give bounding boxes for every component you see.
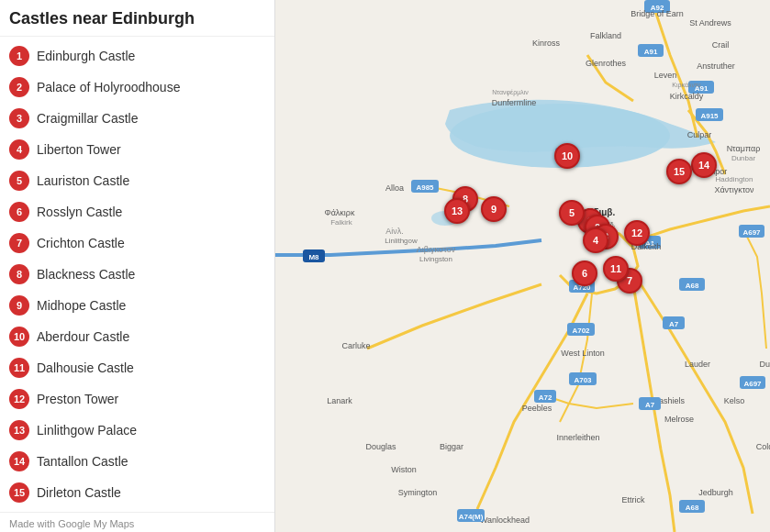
panel-title: Castles near Edinburgh xyxy=(0,0,274,37)
map-pin-15[interactable]: 15 xyxy=(666,159,692,184)
svg-text:Lanark: Lanark xyxy=(327,396,352,405)
castle-list-item[interactable]: 2Palace of Holyroodhouse xyxy=(0,72,274,103)
map-pin-9[interactable]: 9 xyxy=(481,196,507,222)
castle-list-item[interactable]: 12Preston Tower xyxy=(0,383,274,415)
svg-text:Livingston: Livingston xyxy=(419,255,452,263)
castle-badge: 7 xyxy=(9,233,29,253)
svg-text:Alloa: Alloa xyxy=(385,183,404,193)
castle-list-item[interactable]: 7Crichton Castle xyxy=(0,227,274,259)
svg-text:Kinross: Kinross xyxy=(532,39,561,48)
svg-text:A697: A697 xyxy=(743,380,762,388)
castle-badge: 3 xyxy=(9,108,29,128)
map-background: A92 A91 A91 A915 A985 M8 A92 A1 A720 A72… xyxy=(275,0,770,532)
castle-badge: 1 xyxy=(9,46,29,66)
svg-text:A915: A915 xyxy=(700,112,719,120)
svg-text:Linlithgow: Linlithgow xyxy=(385,237,418,245)
svg-text:Crail: Crail xyxy=(712,40,730,50)
castle-list-item[interactable]: 1Edinburgh Castle xyxy=(0,40,274,72)
svg-text:Λιβιγκστον: Λιβιγκστον xyxy=(417,245,456,254)
svg-text:St Andrews: St Andrews xyxy=(689,18,731,28)
svg-text:Αiνλ.: Αiνλ. xyxy=(385,227,404,236)
castle-list-item[interactable]: 8Blackness Castle xyxy=(0,259,274,290)
map-pin-13[interactable]: 13 xyxy=(444,198,470,224)
castle-list-item[interactable]: 9Midhope Castle xyxy=(0,290,274,321)
svg-text:Symington: Symington xyxy=(398,488,438,497)
svg-text:Kirkcaldy: Kirkcaldy xyxy=(670,92,704,101)
svg-text:Innerleithen: Innerleithen xyxy=(556,433,599,442)
svg-text:A697: A697 xyxy=(742,228,761,237)
map-pin-11[interactable]: 11 xyxy=(603,256,629,282)
svg-rect-0 xyxy=(275,0,770,532)
svg-text:A7: A7 xyxy=(645,401,655,409)
svg-text:Ettrick: Ettrick xyxy=(621,495,645,504)
castle-list-item[interactable]: 5Lauriston Castle xyxy=(0,165,274,196)
svg-text:Dunfermline: Dunfermline xyxy=(492,98,537,107)
castle-name: Rosslyn Castle xyxy=(37,205,122,219)
castle-list-item[interactable]: 14Tantallon Castle xyxy=(0,446,274,477)
svg-text:Jedburgh: Jedburgh xyxy=(698,488,733,497)
svg-text:Biggar: Biggar xyxy=(440,442,463,451)
castle-list-item[interactable]: 6Rosslyn Castle xyxy=(0,196,274,227)
castle-name: Preston Tower xyxy=(37,392,118,406)
svg-text:A702: A702 xyxy=(572,327,590,335)
svg-text:Cold: Cold xyxy=(756,442,770,451)
svg-text:Glenrothes: Glenrothes xyxy=(586,59,627,68)
castle-list-item[interactable]: 13Linlithgow Palace xyxy=(0,415,274,446)
svg-text:A68: A68 xyxy=(686,282,699,290)
map-pin-14[interactable]: 14 xyxy=(691,152,717,178)
map-pin-10[interactable]: 10 xyxy=(554,143,580,169)
castle-badge: 2 xyxy=(9,77,29,97)
svg-text:Νταμπαρ: Νταμπαρ xyxy=(727,144,761,153)
castle-badge: 8 xyxy=(9,264,29,284)
svg-text:A703: A703 xyxy=(574,376,592,384)
svg-text:A74(M): A74(M) xyxy=(459,513,484,521)
svg-text:Ντανφέρμλιν: Ντανφέρμλιν xyxy=(492,89,529,96)
svg-text:A7: A7 xyxy=(669,320,679,328)
svg-text:Lauder: Lauder xyxy=(685,360,710,369)
svg-text:Carluke: Carluke xyxy=(341,341,370,350)
castle-badge: 10 xyxy=(9,327,29,347)
svg-text:Peebles: Peebles xyxy=(522,404,552,413)
castle-badge: 5 xyxy=(9,171,29,191)
castle-name: Aberdour Castle xyxy=(37,329,129,344)
svg-text:West Linton: West Linton xyxy=(561,349,604,358)
castle-badge: 13 xyxy=(9,420,29,440)
svg-text:M8: M8 xyxy=(308,253,319,261)
castle-badge: 6 xyxy=(9,202,29,222)
panel-footer: Made with Google My Maps xyxy=(0,512,274,532)
castle-list-item[interactable]: 3Craigmillar Castle xyxy=(0,103,274,134)
castle-list-item[interactable]: 4Liberton Tower xyxy=(0,134,274,165)
svg-text:Culpar: Culpar xyxy=(687,130,712,139)
svg-text:Duns: Duns xyxy=(759,360,770,369)
castle-name: Dalhousie Castle xyxy=(37,360,134,375)
map-pin-4[interactable]: 4 xyxy=(583,227,608,253)
svg-text:Melrose: Melrose xyxy=(664,415,694,424)
left-panel: Castles near Edinburgh 1Edinburgh Castle… xyxy=(0,0,275,532)
svg-text:Bridge of Earn: Bridge of Earn xyxy=(631,9,684,18)
castle-list: 1Edinburgh Castle2Palace of Holyroodhous… xyxy=(0,37,274,512)
map-pin-5[interactable]: 5 xyxy=(559,200,585,226)
svg-text:A985: A985 xyxy=(416,183,434,192)
castle-name: Craigmillar Castle xyxy=(37,111,138,126)
svg-text:Kelso: Kelso xyxy=(724,396,745,405)
castle-name: Midhope Castle xyxy=(37,298,126,313)
castle-badge: 4 xyxy=(9,139,29,160)
svg-text:Leven: Leven xyxy=(654,71,677,80)
castle-list-item[interactable]: 10Aberdour Castle xyxy=(0,321,274,352)
map-pin-6[interactable]: 6 xyxy=(572,260,597,286)
castle-list-item[interactable]: 15Dirleton Castle xyxy=(0,477,274,508)
svg-text:Wanlockhead: Wanlockhead xyxy=(480,515,530,525)
svg-text:Φάλκιρκ: Φάλκιρκ xyxy=(324,208,355,217)
svg-text:Dunbar: Dunbar xyxy=(731,154,756,162)
svg-text:A91: A91 xyxy=(644,48,658,56)
castle-badge: 11 xyxy=(9,358,29,378)
castle-badge: 9 xyxy=(9,295,29,316)
svg-text:Χάντιγκτον: Χάντιγκτον xyxy=(714,185,754,194)
map-area: A92 A91 A91 A915 A985 M8 A92 A1 A720 A72… xyxy=(275,0,770,532)
svg-text:A72: A72 xyxy=(539,393,552,402)
castle-name: Dirleton Castle xyxy=(37,485,121,500)
castle-badge: 14 xyxy=(9,451,29,471)
castle-list-item[interactable]: 11Dalhousie Castle xyxy=(0,352,274,383)
map-pin-12[interactable]: 12 xyxy=(624,220,650,246)
svg-text:Falkirk: Falkirk xyxy=(330,218,353,227)
